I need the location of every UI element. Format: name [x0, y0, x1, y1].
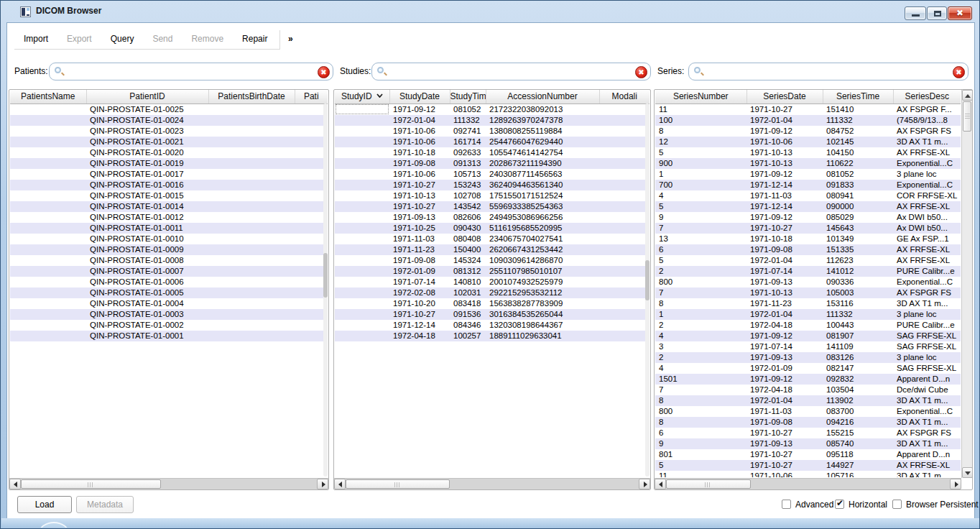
table-cell[interactable]: 155215	[823, 428, 893, 438]
table-cell[interactable]: 1971-09-12	[389, 104, 450, 115]
table-cell[interactable]	[10, 288, 86, 298]
table-cell[interactable]: 1971-10-13	[746, 288, 823, 298]
table-cell[interactable]: 112623	[823, 255, 893, 266]
table-cell[interactable]: 1972-02-08	[389, 288, 450, 298]
table-cell[interactable]: 081052	[823, 169, 893, 180]
table-cell[interactable]: 1972-04-18	[746, 385, 823, 395]
table-cell[interactable]: 1971-07-14	[746, 266, 823, 277]
table-cell[interactable]: 111332	[450, 115, 486, 126]
table-cell[interactable]	[208, 158, 295, 169]
table-cell[interactable]: 1971-11-03	[746, 406, 823, 417]
scroll-right-arrow[interactable]	[639, 479, 650, 489]
table-cell[interactable]: 094216	[823, 417, 893, 428]
table-cell[interactable]	[10, 126, 86, 137]
table-cell[interactable]: Exponential...C	[893, 158, 961, 169]
table-cell[interactable]: 092633	[450, 147, 486, 158]
table-cell[interactable]	[208, 234, 295, 244]
table-cell[interactable]: 3 plane loc	[893, 309, 961, 320]
table-cell[interactable]: 1971-09-12	[746, 331, 823, 341]
table-row[interactable]: 1971-10-271532433624094463561340	[335, 180, 650, 190]
table-row[interactable]: 61971-09-08151335AX FRFSE-XL	[655, 244, 961, 255]
table-cell[interactable]: 085740	[823, 438, 893, 449]
table-cell[interactable]: 5	[655, 147, 746, 158]
table-row[interactable]: QIN-PROSTATE-01-0009	[10, 244, 328, 255]
table-cell[interactable]	[335, 147, 389, 158]
table-row[interactable]: 91971-09-130857403D AX T1 m...	[655, 438, 961, 449]
table-cell[interactable]: Apparent D...n	[893, 449, 961, 460]
table-row[interactable]: QIN-PROSTATE-01-0005	[10, 288, 328, 298]
table-cell[interactable]	[10, 320, 86, 331]
table-row[interactable]: QIN-PROSTATE-01-0016	[10, 180, 328, 190]
table-cell[interactable]: 1972-01-04	[746, 309, 823, 320]
table-cell[interactable]	[335, 277, 389, 288]
table-row[interactable]: QIN-PROSTATE-01-0023	[10, 126, 328, 137]
table-cell[interactable]: 1971-09-08	[746, 417, 823, 428]
clear-studies-filter-button[interactable]: ✖	[635, 66, 647, 78]
table-cell[interactable]	[10, 212, 86, 223]
table-cell[interactable]: 111332	[823, 309, 893, 320]
table-cell[interactable]: 151410	[823, 104, 893, 115]
table-cell[interactable]: 4	[655, 363, 746, 374]
table-cell[interactable]	[335, 309, 389, 320]
table-cell[interactable]: 103504	[823, 385, 893, 395]
table-cell[interactable]: 6	[655, 244, 746, 255]
table-cell[interactable]: 2922152953532112	[486, 288, 599, 298]
table-cell[interactable]: 084346	[450, 320, 486, 331]
table-cell[interactable]	[599, 190, 650, 201]
scroll-thumb[interactable]	[323, 253, 328, 298]
scroll-thumb[interactable]	[346, 479, 450, 489]
table-cell[interactable]: 5	[655, 201, 746, 212]
close-button[interactable]: ✖	[948, 6, 972, 20]
table-cell[interactable]: 105716	[823, 471, 893, 478]
table-cell[interactable]	[10, 309, 86, 320]
table-cell[interactable]: 11	[655, 471, 746, 478]
table-row[interactable]: 51971-10-13104150AX FRFSE-XL	[655, 147, 961, 158]
table-row[interactable]: 1972-01-090813122551107985010107	[335, 266, 650, 277]
table-cell[interactable]: 080408	[450, 234, 486, 244]
table-cell[interactable]: 1971-09-13	[389, 212, 450, 223]
table-cell[interactable]: 5	[655, 460, 746, 471]
table-cell[interactable]: AX FSPGR FS	[893, 288, 961, 298]
table-cell[interactable]: 084752	[823, 126, 893, 137]
table-cell[interactable]: 141109	[823, 341, 893, 352]
table-row[interactable]: QIN-PROSTATE-01-0010	[10, 234, 328, 244]
table-cell[interactable]: 140810	[450, 277, 486, 288]
table-cell[interactable]	[335, 115, 389, 126]
table-row[interactable]: QIN-PROSTATE-01-0025	[10, 104, 328, 115]
table-row[interactable]: QIN-PROSTATE-01-0008	[10, 255, 328, 266]
load-button[interactable]: Load	[17, 496, 72, 513]
table-cell[interactable]: 2001074932525979	[486, 277, 599, 288]
table-cell[interactable]: 1971-10-27	[746, 449, 823, 460]
table-row[interactable]: 41972-01-09082147SAG FRFSE-XL	[655, 363, 961, 374]
table-cell[interactable]: 1563838287783909	[486, 298, 599, 309]
table-row[interactable]: 1971-11-231504002620667431253442	[335, 244, 650, 255]
table-cell[interactable]: 1972-01-04	[389, 115, 450, 126]
table-cell[interactable]: QIN-PROSTATE-01-0012	[86, 212, 208, 223]
table-cell[interactable]: 8	[655, 417, 746, 428]
table-cell[interactable]	[208, 147, 295, 158]
table-cell[interactable]: SAG FRFSE-XL	[893, 363, 961, 374]
table-cell[interactable]	[335, 169, 389, 180]
table-cell[interactable]: 1972-01-04	[746, 115, 823, 126]
scroll-thumb[interactable]	[963, 101, 971, 132]
table-cell[interactable]	[599, 331, 650, 341]
table-row[interactable]: 51971-10-27144927AX FRFSE-XL	[655, 460, 961, 471]
table-cell[interactable]	[10, 277, 86, 288]
table-cell[interactable]: 081052	[450, 104, 486, 115]
table-cell[interactable]	[208, 201, 295, 212]
table-cell[interactable]: 1971-09-12	[746, 212, 823, 223]
table-cell[interactable]: 1971-09-13	[746, 438, 823, 449]
table-cell[interactable]: 1971-11-23	[746, 298, 823, 309]
table-cell[interactable]: 1971-07-14	[389, 277, 450, 288]
table-row[interactable]: 1971-10-180926331055474614142754	[335, 147, 650, 158]
table-row[interactable]: 1001972-01-04111332(7458/9/13...8	[655, 115, 961, 126]
series-search-input[interactable]: ✖	[688, 63, 969, 80]
table-cell[interactable]: 1972-01-04	[746, 255, 823, 266]
table-cell[interactable]: 2	[655, 352, 746, 363]
table-cell[interactable]: 7	[655, 288, 746, 298]
table-cell[interactable]	[599, 201, 650, 212]
table-cell[interactable]: QIN-PROSTATE-01-0003	[86, 309, 208, 320]
table-cell[interactable]	[208, 115, 295, 126]
table-cell[interactable]: (7458/9/13...8	[893, 115, 961, 126]
table-cell[interactable]	[10, 190, 86, 201]
